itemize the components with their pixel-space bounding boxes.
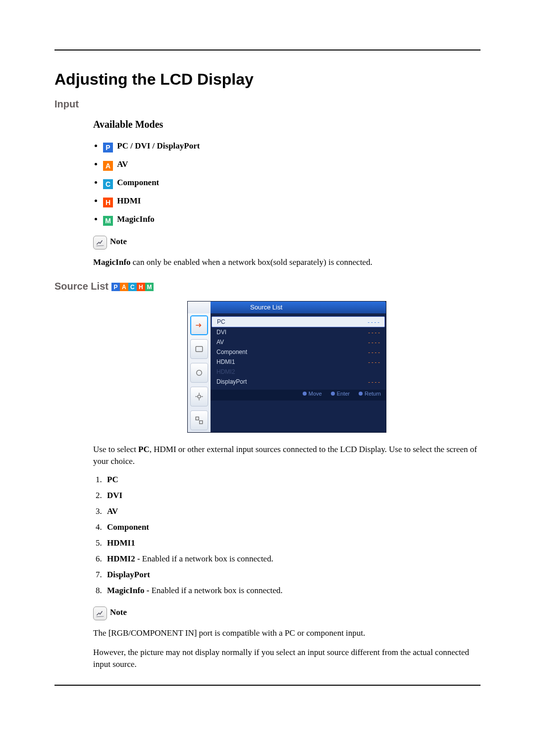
osd-footer-return: Return — [359, 391, 381, 400]
source-list-para1-bold: PC — [138, 445, 150, 454]
list-item: PC — [104, 475, 481, 485]
osd-row-hdmi2: HDMI2 — [211, 367, 386, 377]
osd-side-multi-icon — [190, 410, 208, 430]
item-name: HDMI1 — [107, 538, 135, 548]
osd-title-spacer — [188, 302, 211, 313]
osd-side-sound-icon — [190, 363, 208, 383]
source-list-para1-post: , HDMI or other external input sources c… — [93, 445, 477, 466]
note-1-rest: can only be enabled when a network box(s… — [131, 257, 373, 267]
source-list-para1: Use to select PC, HDMI or other external… — [93, 444, 481, 468]
osd-panel: Source List PC - - - - — [187, 301, 386, 433]
osd-side-picture-icon — [190, 339, 208, 359]
svg-rect-0 — [196, 346, 203, 352]
osd-row-displayport: DisplayPort - - - - — [211, 377, 386, 387]
mode-magicinfo-label: MagicInfo — [117, 214, 155, 224]
osd-row-status: - - - - — [368, 317, 379, 327]
item-extra: Enabled if a network box is connected. — [152, 586, 283, 595]
item-name: HDMI2 - — [107, 554, 142, 563]
list-item: AV — [104, 506, 481, 516]
note-2: Note — [93, 606, 481, 620]
mode-pc-label: PC / DVI / DisplayPort — [117, 141, 200, 151]
item-name: PC — [107, 475, 118, 484]
h-icon: H — [103, 198, 113, 207]
c-icon: C — [103, 179, 113, 189]
svg-rect-3 — [196, 417, 199, 420]
item-name: AV — [107, 506, 118, 516]
page-title: Adjusting the LCD Display — [54, 70, 481, 89]
list-item: HDMI1 — [104, 538, 481, 548]
m-icon: M — [103, 216, 113, 226]
section-input-heading: Input — [54, 99, 481, 110]
osd-side-input-icon — [190, 315, 208, 335]
osd-footer: Move Enter Return — [211, 390, 386, 401]
osd-title: Source List — [211, 302, 386, 313]
list-item: Component — [104, 522, 481, 532]
osd-row-label: AV — [216, 337, 368, 347]
osd-row-component: Component - - - - — [211, 347, 386, 357]
item-name: Component — [107, 522, 149, 532]
osd-row-label: DisplayPort — [216, 377, 368, 387]
bottom-rule — [54, 685, 481, 686]
osd-footer-move: Move — [303, 391, 322, 400]
mode-hdmi-label: HDMI — [117, 196, 141, 205]
input-content: Available Modes P PC / DVI / DisplayPort… — [93, 119, 481, 269]
p-icon: P — [111, 283, 120, 291]
a-icon: A — [103, 161, 113, 171]
note-1-text: MagicInfo can only be enabled when a net… — [93, 256, 481, 269]
osd-main: PC - - - - DVI - - - - AV - - - - Comp — [211, 313, 386, 432]
mode-item-magicinfo: M MagicInfo — [103, 214, 481, 226]
osd-row-av: AV - - - - — [211, 337, 386, 347]
note-icon — [93, 236, 107, 250]
list-item: HDMI2 - Enabled if a network box is conn… — [104, 554, 481, 564]
osd-sidebar — [188, 313, 211, 432]
osd-row-label: PC — [217, 317, 368, 327]
note-label: Note — [110, 607, 127, 617]
source-items-list: PC DVI AV Component HDMI1 HDMI2 - Enable… — [93, 475, 481, 596]
mode-component-label: Component — [117, 178, 159, 187]
osd-row-status: - - - - — [368, 347, 380, 357]
svg-point-1 — [197, 370, 202, 375]
osd-row-label: HDMI2 — [216, 367, 380, 377]
osd-title-bar: Source List — [188, 302, 386, 313]
osd-side-setup-icon — [190, 387, 208, 406]
mode-item-hdmi: H HDMI — [103, 196, 481, 207]
list-item: DisplayPort — [104, 570, 481, 580]
note-1: Note — [93, 236, 481, 250]
osd-row-status: - - - - — [368, 377, 380, 387]
item-extra: Enabled if a network box is connected. — [142, 554, 273, 563]
source-list-content: Source List PC - - - - — [93, 301, 481, 671]
note-label: Note — [110, 237, 127, 246]
osd-row-status: - - - - — [368, 327, 380, 337]
mode-av-label: AV — [117, 159, 128, 169]
note-icon — [93, 606, 107, 620]
osd-screenshot: Source List PC - - - - — [93, 301, 481, 433]
top-rule — [54, 50, 481, 50]
m-icon: M — [145, 283, 154, 291]
source-list-icon-strip: PACHM — [111, 281, 154, 292]
item-name: DVI — [107, 491, 122, 500]
osd-row-label: DVI — [216, 327, 368, 337]
osd-footer-enter: Enter — [331, 391, 350, 400]
item-name: MagicInfo - — [107, 586, 152, 595]
c-icon: C — [128, 283, 137, 291]
source-list-para1-pre: Use to select — [93, 445, 138, 454]
note-1-bold: MagicInfo — [93, 257, 131, 267]
osd-row-status: - - - - — [368, 337, 380, 347]
mode-item-av: A AV — [103, 159, 481, 171]
h-icon: H — [137, 283, 145, 291]
osd-row-pc: PC - - - - — [212, 316, 385, 327]
source-list-heading-row: Source List PACHM — [54, 281, 481, 292]
osd-row-dvi: DVI - - - - — [211, 327, 386, 337]
osd-row-status: - - - - — [368, 357, 380, 367]
list-item: DVI — [104, 491, 481, 501]
p-icon: P — [103, 143, 113, 152]
page: Adjusting the LCD Display Input Availabl… — [0, 0, 535, 756]
list-item: MagicInfo - Enabled if a network box is … — [104, 586, 481, 596]
osd-row-label: HDMI1 — [216, 357, 368, 367]
svg-rect-4 — [200, 420, 203, 423]
note-2-para-2: However, the picture may not display nor… — [93, 647, 481, 671]
note-2-para-1: The [RGB/COMPONENT IN] port is compatibl… — [93, 627, 481, 640]
mode-item-component: C Component — [103, 178, 481, 189]
item-name: DisplayPort — [107, 570, 150, 579]
svg-point-2 — [198, 395, 201, 398]
